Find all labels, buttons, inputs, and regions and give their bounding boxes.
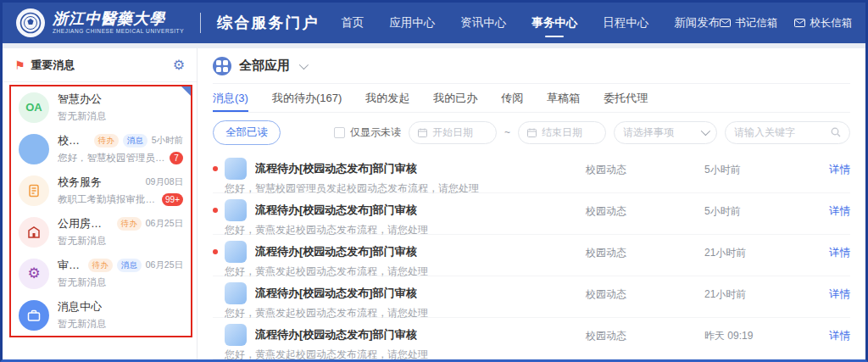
chevron-down-icon (701, 126, 710, 136)
item-title: 校园动态 (58, 133, 90, 148)
president-mailbox-label: 校长信箱 (810, 16, 852, 31)
main-navigation: 首页 应用中心 资讯中心 事务中心 日程中心 新闻发布 (341, 10, 720, 36)
message-list: 流程待办[校园动态发布]部门审核 您好，智慧校园管理员发起校园动态发布流程，请您… (213, 152, 850, 359)
tab-my-done[interactable]: 我的已办 (433, 84, 477, 112)
portal-title: 综合服务门户 (217, 13, 319, 33)
gear-icon[interactable]: ⚙ (173, 57, 185, 73)
detail-link[interactable]: 详情 (813, 199, 850, 219)
calendar-icon (418, 128, 427, 137)
app-window: 浙江中醫藥大學 ZHEJIANG CHINESE MEDICAL UNIVERS… (0, 0, 868, 362)
keyword-search-input[interactable] (734, 126, 826, 138)
message-row[interactable]: 流程待办[校园动态发布]部门审核 您好，黄燕发起校园动态发布流程，请您处理 校园… (213, 276, 850, 318)
message-title: 流程待办[校园动态发布]部门审核 (255, 244, 417, 259)
nav-item-home[interactable]: 首页 (341, 10, 364, 36)
only-unread-label: 仅显示未读 (350, 125, 401, 140)
tab-messages[interactable]: 消息(3) (213, 84, 248, 112)
item-subtitle: 暂无新消息 (58, 318, 107, 331)
message-time: 昨天 09:19 (704, 324, 813, 343)
public-housing-avatar (19, 217, 49, 248)
mail-icon (794, 19, 805, 27)
sidebar-item-school-affairs[interactable]: 校务服务 09月08日 教职工考勤填报审批流程 99+ (11, 170, 191, 211)
president-mailbox-link[interactable]: 校长信箱 (794, 16, 852, 31)
filter-toolbar: 全部已读 仅显示未读 ~ (213, 113, 850, 152)
item-time: 06月25日 (146, 218, 183, 230)
message-time: 5小时前 (704, 199, 813, 219)
flow-avatar (225, 199, 247, 221)
sidebar-item-message-center[interactable]: 消息中心 暂无新消息 (11, 294, 191, 336)
tab-my-initiated[interactable]: 我的发起 (365, 84, 409, 112)
item-time: 06月25日 (146, 259, 183, 271)
matter-select-placeholder: 请选择事项 (623, 125, 694, 140)
only-unread-checkbox[interactable] (334, 127, 345, 138)
item-title: 校务服务 (58, 175, 102, 190)
campus-news-avatar (19, 134, 49, 164)
message-tabs: 消息(3) 我的待办(167) 我的发起 我的已办 传阅 草稿箱 委托代理 (213, 84, 850, 113)
message-badge: 消息 (117, 259, 142, 272)
tab-my-todo[interactable]: 我的待办(167) (272, 84, 342, 112)
sidebar-header: ⚑ 重要消息 ⚙ (3, 48, 197, 82)
main-header: 全部应用 (213, 48, 850, 84)
nav-item-info-center[interactable]: 资讯中心 (460, 10, 506, 36)
message-title: 流程待办[校园动态发布]部门审核 (255, 203, 417, 218)
search-icon[interactable] (831, 127, 841, 137)
school-affairs-avatar (19, 175, 49, 206)
nav-item-schedule-center[interactable]: 日程中心 (603, 10, 648, 36)
keyword-search-field[interactable] (725, 121, 850, 144)
todo-badge: 待办 (88, 259, 113, 272)
university-name-en: ZHEJIANG CHINESE MEDICAL UNIVERSITY (53, 29, 184, 35)
message-center-avatar (19, 300, 49, 331)
item-title: 公用房管理系统 (58, 216, 113, 231)
flow-avatar (225, 282, 247, 304)
chevron-down-icon[interactable] (299, 59, 309, 69)
item-title: 审计智管平... (58, 258, 84, 273)
matter-select[interactable]: 请选择事项 (614, 121, 717, 144)
start-date-input[interactable] (432, 126, 487, 138)
message-row[interactable]: 流程待办[校园动态发布]部门审核 您好，黄燕发起校园动态发布流程，请您处理 校园… (213, 235, 850, 276)
detail-link[interactable]: 详情 (813, 324, 850, 343)
flag-icon: ⚑ (14, 58, 25, 72)
sidebar-item-public-housing[interactable]: 公用房管理系统 待办 06月25日 暂无新消息 (11, 211, 191, 253)
unread-count-badge: 99+ (162, 193, 183, 206)
date-range-separator: ~ (504, 126, 510, 138)
message-row[interactable]: 流程待办[校园动态发布]部门审核 您好，智慧校园管理员发起校园动态发布流程，请您… (213, 152, 850, 193)
sidebar-item-campus-news[interactable]: 校园动态 待办 消息 5小时前 您好，智慧校园管理员发... 7 (11, 128, 191, 170)
detail-link[interactable]: 详情 (813, 158, 850, 177)
todo-badge: 待办 (117, 217, 142, 231)
university-name-zh: 浙江中醫藥大學 (53, 11, 184, 26)
message-time: 21小时前 (704, 282, 813, 302)
tab-delegation[interactable]: 委托代理 (604, 84, 648, 112)
detail-link[interactable]: 详情 (813, 282, 850, 302)
end-date-field[interactable] (518, 121, 606, 144)
start-date-field[interactable] (409, 121, 497, 144)
tab-circulated[interactable]: 传阅 (501, 84, 523, 112)
quick-links: 书记信箱 校长信箱 学校首页 安全退出 (720, 16, 868, 31)
message-row[interactable]: 流程待办[校园动态发布]部门审核 您好，黄燕发起校园动态发布流程，请您处理 校园… (213, 318, 850, 359)
flow-avatar (225, 241, 247, 263)
item-title: 消息中心 (58, 299, 102, 315)
message-time: 5小时前 (704, 158, 813, 177)
oa-avatar: OA (19, 92, 49, 123)
item-subtitle: 暂无新消息 (58, 110, 107, 123)
end-date-input[interactable] (542, 126, 597, 138)
nav-item-app-center[interactable]: 应用中心 (389, 10, 435, 36)
unread-dot (213, 249, 218, 254)
message-description: 您好，黄燕发起校园动态发布流程，请您处理 (225, 348, 586, 362)
university-name: 浙江中醫藥大學 ZHEJIANG CHINESE MEDICAL UNIVERS… (53, 11, 184, 35)
flow-avatar (225, 324, 247, 346)
sidebar-item-audit-platform[interactable]: ⚙ 审计智管平... 待办 消息 06月25日 暂无新消息 (11, 253, 191, 294)
tab-drafts[interactable]: 草稿箱 (547, 84, 580, 112)
secretary-mailbox-link[interactable]: 书记信箱 (720, 16, 777, 31)
message-title: 流程待办[校园动态发布]部门审核 (255, 327, 417, 343)
calendar-icon (527, 128, 537, 137)
nav-item-news[interactable]: 新闻发布 (674, 10, 720, 36)
secretary-mailbox-label: 书记信箱 (735, 16, 777, 31)
only-unread-toggle[interactable]: 仅显示未读 (334, 125, 401, 140)
nav-item-affairs-center[interactable]: 事务中心 (531, 10, 577, 36)
logo-divider (200, 13, 201, 33)
detail-link[interactable]: 详情 (813, 241, 850, 260)
sidebar-item-smart-office[interactable]: OA 智慧办公 暂无新消息 (11, 86, 191, 128)
item-subtitle: 暂无新消息 (58, 235, 107, 248)
message-row[interactable]: 流程待办[校园动态发布]部门审核 您好，黄燕发起校园动态发布流程，请您处理 校园… (213, 193, 850, 235)
audit-platform-avatar: ⚙ (19, 259, 49, 289)
mark-all-read-button[interactable]: 全部已读 (213, 120, 281, 145)
